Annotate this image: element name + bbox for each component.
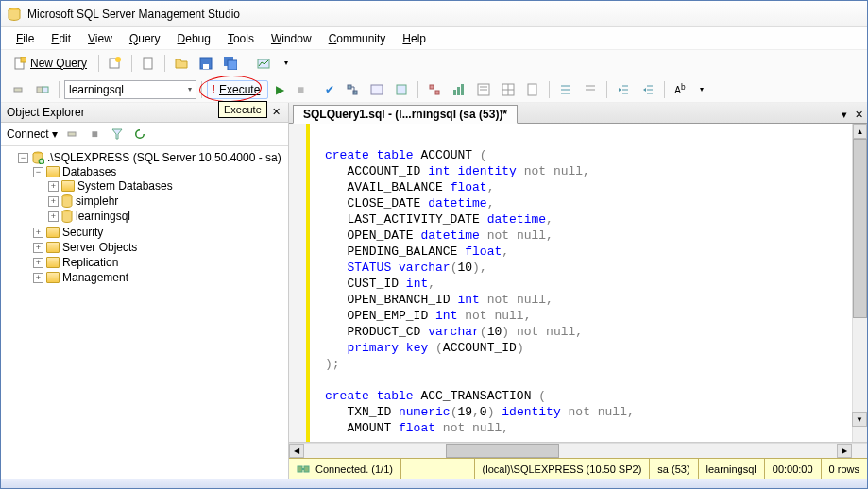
menu-query[interactable]: Query xyxy=(122,30,168,47)
menu-file[interactable]: File xyxy=(9,30,42,47)
increase-indent-icon[interactable] xyxy=(637,79,659,100)
activity-monitor-icon[interactable] xyxy=(252,53,275,74)
close-icon[interactable]: ✕ xyxy=(269,106,282,119)
results-to-grid-icon[interactable] xyxy=(497,79,519,100)
tree-db-simplehr[interactable]: +simplehr xyxy=(48,194,286,208)
tree-security-node[interactable]: +Security xyxy=(33,226,286,239)
new-file-icon[interactable] xyxy=(137,53,160,74)
tree-databases-node[interactable]: − Databases xyxy=(33,165,286,178)
debug-play-icon[interactable]: ▶ xyxy=(270,79,289,100)
execute-button[interactable]: ! Execute xyxy=(207,80,268,99)
object-tree[interactable]: − .\SQLEXPRESS (SQL Server 10.50.4000 - … xyxy=(1,146,288,479)
svg-rect-19 xyxy=(435,91,439,94)
tree-system-databases-node[interactable]: +System Databases xyxy=(48,179,286,193)
status-bar: Connected. (1/1) (local)\SQLEXPRESS (10.… xyxy=(289,458,867,479)
filter-icon[interactable] xyxy=(109,126,126,143)
menu-help[interactable]: Help xyxy=(395,30,434,47)
code-content[interactable]: create table ACCOUNT ( ACCOUNT_ID int id… xyxy=(310,124,852,442)
stop-icon[interactable]: ■ xyxy=(291,79,310,100)
scroll-down-icon[interactable]: ▼ xyxy=(852,412,867,427)
status-rows: 0 rows xyxy=(822,459,867,479)
menu-view[interactable]: View xyxy=(80,30,120,47)
results-to-text-icon[interactable] xyxy=(472,79,495,100)
stop-icon2[interactable]: ■ xyxy=(86,126,103,143)
status-server: (local)\SQLEXPRESS (10.50 SP2) xyxy=(475,459,651,479)
scroll-right-icon[interactable]: ▶ xyxy=(837,444,852,458)
connect-icon[interactable] xyxy=(7,79,29,100)
intellisense-icon[interactable] xyxy=(390,79,413,100)
svg-rect-9 xyxy=(228,60,237,70)
menubar: File Edit View Query Debug Tools Window … xyxy=(1,27,867,50)
horizontal-scrollbar[interactable]: ◀ ▶ xyxy=(289,443,867,458)
tree-server-objects-node[interactable]: +Server Objects xyxy=(33,241,286,254)
tab-dropdown-icon[interactable]: ▾ xyxy=(838,107,851,123)
status-time: 00:00:00 xyxy=(765,459,822,479)
new-query-button[interactable]: New Query xyxy=(7,53,94,74)
execute-label: Execute xyxy=(219,83,260,96)
toolbar-overflow-icon[interactable]: ▾ xyxy=(692,79,711,100)
svg-rect-46 xyxy=(298,466,302,472)
uncomment-icon[interactable] xyxy=(579,79,602,100)
editor-gutter xyxy=(289,124,306,442)
app-logo-icon xyxy=(7,7,22,22)
svg-rect-12 xyxy=(37,87,43,93)
toolbar-standard: New Query ▾ xyxy=(1,50,867,76)
svg-point-4 xyxy=(115,57,121,62)
results-to-file-icon[interactable] xyxy=(521,79,544,100)
window-bottom-border xyxy=(1,479,867,488)
status-db: learningsql xyxy=(699,459,765,479)
comment-icon[interactable] xyxy=(554,79,577,100)
scroll-thumb-h[interactable] xyxy=(446,444,559,458)
svg-rect-29 xyxy=(528,84,536,95)
save-icon[interactable] xyxy=(195,53,217,74)
tab-sqlquery1[interactable]: SQLQuery1.sql - (l...rningsql (sa (53))* xyxy=(293,105,518,124)
folder-icon xyxy=(46,257,60,268)
tree-replication-node[interactable]: +Replication xyxy=(33,256,286,269)
status-connection: Connected. (1/1) xyxy=(289,459,401,479)
scroll-left-icon[interactable]: ◀ xyxy=(289,444,304,458)
connect-toolbar: Connect ▾ ■ xyxy=(1,123,288,146)
svg-rect-5 xyxy=(144,58,152,69)
refresh-icon[interactable] xyxy=(131,126,148,143)
dropdown1-icon[interactable]: ▾ xyxy=(277,53,296,74)
save-all-icon[interactable] xyxy=(219,53,242,74)
database-selector[interactable]: learningsql ▾ xyxy=(64,80,196,99)
scroll-thumb-v[interactable] xyxy=(853,139,867,318)
display-plan-icon[interactable] xyxy=(341,79,364,100)
database-icon xyxy=(61,210,73,223)
change-connection-icon[interactable] xyxy=(31,79,54,100)
folder-icon xyxy=(46,227,60,238)
open-folder-icon[interactable] xyxy=(170,53,193,74)
menu-window[interactable]: Window xyxy=(264,30,319,47)
tree-db-learningsql[interactable]: +learningsql xyxy=(48,210,286,223)
menu-tools[interactable]: Tools xyxy=(220,30,262,47)
tree-management-node[interactable]: +Management xyxy=(33,271,286,284)
vertical-scrollbar[interactable]: ▲ ▼ xyxy=(852,124,867,442)
database-icon xyxy=(61,194,73,208)
status-spacer xyxy=(401,459,475,479)
parse-check-icon[interactable]: ✔ xyxy=(320,79,339,100)
scroll-up-icon[interactable]: ▲ xyxy=(853,124,867,139)
code-editor[interactable]: create table ACCOUNT ( ACCOUNT_ID int id… xyxy=(289,124,867,443)
body: Object Explorer ▾ 📌 ✕ Connect ▾ ■ − xyxy=(1,103,867,479)
chevron-down-icon: ▾ xyxy=(188,85,192,93)
new-project-icon[interactable] xyxy=(104,53,127,74)
tab-close-icon[interactable]: ✕ xyxy=(851,107,867,123)
include-stats-icon[interactable] xyxy=(448,79,470,100)
query-options-icon[interactable] xyxy=(366,79,388,100)
menu-edit[interactable]: Edit xyxy=(43,30,78,47)
decrease-indent-icon[interactable] xyxy=(612,79,635,100)
main-window: Microsoft SQL Server Management Studio F… xyxy=(0,0,868,489)
connect-button[interactable]: Connect ▾ xyxy=(7,127,58,141)
menu-community[interactable]: Community xyxy=(321,30,394,47)
toolbar-sql: learningsql ▾ ! Execute Execute ▶ ■ ✔ xyxy=(1,76,867,103)
include-plan-icon[interactable] xyxy=(423,79,446,100)
server-icon xyxy=(31,151,44,164)
scroll-corner xyxy=(852,444,867,458)
tree-server-node[interactable]: − .\SQLEXPRESS (SQL Server 10.50.4000 - … xyxy=(18,151,286,164)
menu-debug[interactable]: Debug xyxy=(170,30,218,47)
tab-label: SQLQuery1.sql - (l...rningsql (sa (53))* xyxy=(303,108,507,121)
disconnect-icon[interactable] xyxy=(63,126,80,143)
specify-template-icon[interactable]: Ab xyxy=(670,79,689,100)
database-selected: learningsql xyxy=(69,83,124,96)
